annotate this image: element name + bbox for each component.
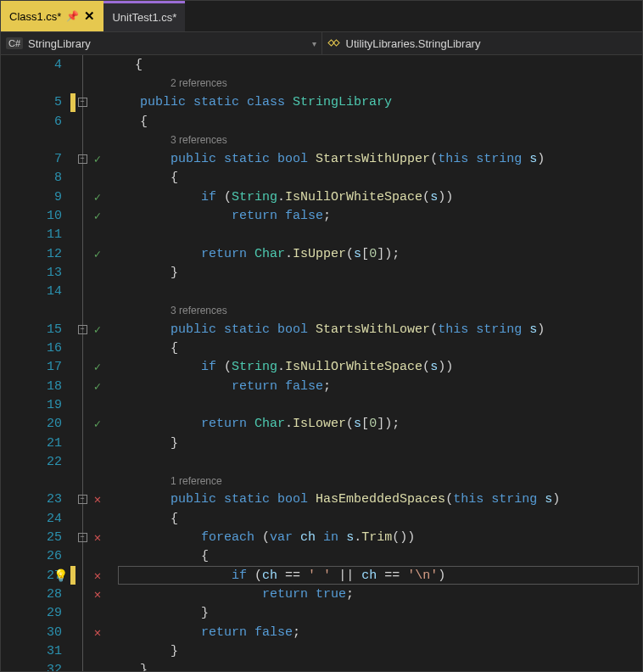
- code-line[interactable]: 19: [1, 395, 642, 414]
- line-number: 26: [1, 549, 70, 563]
- line-number: 30: [1, 625, 70, 640]
- code-text: }: [135, 436, 178, 451]
- line-number: 24: [1, 512, 70, 526]
- codelens-text[interactable]: 1 reference: [135, 475, 222, 487]
- code-line[interactable]: 3 references: [1, 301, 642, 320]
- code-text: public static bool StartsWithLower(this …: [135, 322, 545, 337]
- code-line[interactable]: 23−public static bool HasEmbeddedSpaces(…: [1, 490, 642, 509]
- chevron-down-icon[interactable]: ▾: [312, 39, 316, 48]
- line-number: 25: [1, 530, 70, 545]
- code-line[interactable]: 11: [1, 226, 642, 244]
- code-line[interactable]: 27💡if (ch == ' ' || ch == '\n'): [1, 566, 642, 585]
- fold-gutter: [75, 434, 89, 452]
- fold-toggle-icon[interactable]: −: [78, 154, 87, 164]
- line-number: 21: [1, 436, 70, 451]
- test-fail-icon: [94, 530, 101, 545]
- code-line[interactable]: 7−public static bool StartsWithUpper(thi…: [1, 149, 642, 168]
- codelens-text[interactable]: 3 references: [135, 305, 227, 316]
- nav-scope-left[interactable]: C# StringLibrary ▾: [1, 32, 322, 54]
- test-pass-icon: [94, 190, 101, 204]
- line-number: 32: [1, 663, 70, 671]
- fold-toggle-icon[interactable]: −: [78, 98, 87, 107]
- test-pass-icon: [94, 247, 101, 261]
- code-editor[interactable]: 4{2 references5−public static class Stri…: [1, 55, 642, 671]
- test-status-gutter: [89, 209, 106, 223]
- code-line[interactable]: 17if (String.IsNullOrWhiteSpace(s)): [1, 358, 642, 377]
- code-line[interactable]: 31}: [1, 641, 642, 660]
- code-line[interactable]: 16{: [1, 339, 642, 357]
- code-line[interactable]: 20return Char.IsLower(s[0]);: [1, 415, 642, 434]
- fold-gutter[interactable]: −: [75, 490, 89, 509]
- code-line[interactable]: 9if (String.IsNullOrWhiteSpace(s)): [1, 188, 642, 206]
- line-number: 19: [1, 398, 70, 412]
- code-line[interactable]: 15−public static bool StartsWithLower(th…: [1, 320, 642, 339]
- code-line[interactable]: 24{: [1, 509, 642, 528]
- code-line[interactable]: 30return false;: [1, 623, 642, 641]
- tab-unittest1[interactable]: UnitTest1.cs*: [103, 1, 185, 31]
- lightbulb-icon[interactable]: 💡: [53, 568, 68, 583]
- code-line[interactable]: 26{: [1, 547, 642, 566]
- fold-gutter[interactable]: −: [75, 320, 89, 339]
- fold-gutter: [75, 452, 89, 471]
- code-line[interactable]: 6{: [1, 112, 642, 131]
- fold-toggle-icon[interactable]: −: [78, 495, 87, 504]
- line-number: 4: [1, 58, 70, 72]
- code-line[interactable]: 32}: [1, 661, 642, 672]
- fold-toggle-icon[interactable]: −: [78, 325, 87, 334]
- nav-scope-label: StringLibrary: [28, 37, 91, 50]
- code-line[interactable]: 28return true;: [1, 585, 642, 603]
- test-fail-icon: [94, 492, 101, 507]
- test-status-gutter: [89, 492, 106, 507]
- fold-gutter: [75, 74, 89, 92]
- test-status-gutter: [89, 247, 106, 261]
- test-status-gutter: [89, 152, 106, 166]
- line-number: 28: [1, 587, 70, 602]
- language-badge: C#: [6, 37, 23, 49]
- fold-gutter[interactable]: −: [75, 528, 89, 546]
- code-text: if (String.IsNullOrWhiteSpace(s)): [135, 360, 453, 374]
- code-line[interactable]: 3 references: [1, 131, 642, 149]
- code-text: }: [135, 606, 209, 620]
- fold-gutter[interactable]: −: [75, 149, 89, 168]
- code-line[interactable]: 2 references: [1, 74, 642, 92]
- code-line[interactable]: 12return Char.IsUpper(s[0]);: [1, 244, 642, 263]
- fold-gutter[interactable]: −: [75, 93, 89, 112]
- code-line[interactable]: 18return false;: [1, 377, 642, 395]
- fold-gutter: [75, 585, 89, 603]
- nav-scope-right[interactable]: UtilityLibraries.StringLibrary: [322, 32, 643, 54]
- code-line[interactable]: 8{: [1, 169, 642, 188]
- code-line[interactable]: 25−foreach (var ch in s.Trim()): [1, 528, 642, 546]
- code-text: public static bool StartsWithUpper(this …: [135, 152, 545, 166]
- line-number: 20: [1, 417, 70, 431]
- code-line[interactable]: 10return false;: [1, 206, 642, 225]
- close-icon[interactable]: ✕: [84, 8, 95, 24]
- test-status-gutter: [89, 190, 106, 204]
- code-text: return false;: [135, 379, 331, 394]
- codelens-text[interactable]: 3 references: [135, 134, 227, 146]
- pin-icon[interactable]: 📌: [66, 10, 79, 22]
- code-text: foreach (var ch in s.Trim()): [135, 530, 415, 545]
- line-number: 31: [1, 644, 70, 658]
- fold-toggle-icon[interactable]: −: [78, 533, 87, 542]
- fold-gutter: [75, 623, 89, 641]
- class-icon: [327, 36, 341, 50]
- code-text: if (ch == ' ' || ch == '\n'): [135, 568, 445, 583]
- test-status-gutter: [89, 530, 106, 545]
- code-line[interactable]: 5−public static class StringLibrary: [1, 93, 642, 112]
- test-fail-icon: [94, 625, 101, 640]
- fold-gutter: [75, 131, 89, 149]
- code-line[interactable]: 14: [1, 283, 642, 301]
- code-line[interactable]: 1 reference: [1, 472, 642, 490]
- fold-gutter: [75, 377, 89, 395]
- codelens-text[interactable]: 2 references: [135, 77, 227, 89]
- line-number: 17: [1, 360, 70, 374]
- tab-class1[interactable]: Class1.cs* 📌 ✕: [1, 1, 103, 31]
- test-status-gutter: [89, 568, 106, 583]
- code-line[interactable]: 21}: [1, 434, 642, 452]
- code-line[interactable]: 13}: [1, 263, 642, 282]
- code-line[interactable]: 29}: [1, 604, 642, 623]
- fold-gutter: [75, 395, 89, 414]
- code-line[interactable]: 4{: [1, 55, 642, 74]
- code-line[interactable]: 22: [1, 452, 642, 471]
- code-text: public static bool HasEmbeddedSpaces(thi…: [135, 492, 560, 507]
